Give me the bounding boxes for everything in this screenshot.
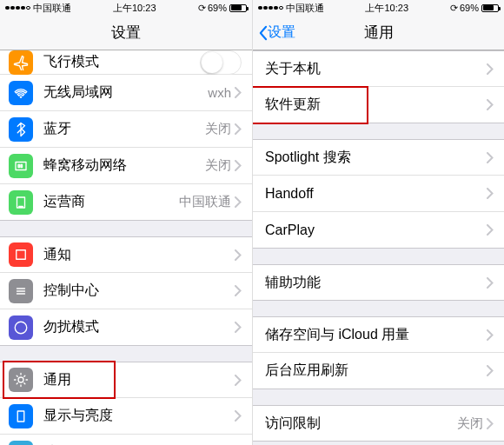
nav-bar: 设置 (0, 16, 252, 50)
row-label: 储存空间与 iCloud 用量 (265, 326, 487, 344)
chevron-right-icon (235, 285, 242, 296)
settings-group: 通知 控制中心 勿扰模式 (0, 236, 252, 346)
chevron-right-icon (235, 196, 242, 208)
signal-strength-icon (258, 6, 283, 10)
bluetooth-icon (9, 117, 33, 142)
row-label: 访问限制 (265, 415, 457, 433)
row-label: 通知 (43, 246, 235, 264)
status-bar: 中国联通 上午10:23 ⟳ 69% (0, 0, 252, 16)
chevron-right-icon (235, 160, 242, 171)
chevron-right-icon (235, 249, 242, 261)
battery-icon (481, 4, 499, 12)
settings-row[interactable]: 访问限制 关闭 (253, 405, 504, 442)
settings-group: 飞行模式 无线局域网 wxh 蓝牙 关闭 蜂窝移动网络 关闭 运营商 中国联通 (0, 50, 252, 221)
settings-row[interactable]: 蜂窝移动网络 关闭 (0, 148, 252, 184)
settings-row[interactable]: 辅助功能 (253, 264, 504, 301)
chevron-right-icon (487, 329, 494, 341)
wallpaper-icon (9, 441, 33, 446)
row-label: 无线局域网 (43, 83, 208, 102)
row-label: 控制中心 (43, 282, 235, 300)
row-label: 关于本机 (265, 60, 487, 78)
nav-bar: 设置通用 (253, 16, 504, 50)
settings-row[interactable]: 通用 (0, 362, 252, 398)
chevron-right-icon (487, 99, 494, 110)
settings-row[interactable]: 储存空间与 iCloud 用量 (253, 316, 504, 353)
settings-row[interactable]: 显示与亮度 (0, 398, 252, 435)
battery-percent: 69% (208, 3, 227, 13)
settings-row[interactable]: CarPlay (253, 212, 504, 249)
carrier-label: 中国联通 (286, 2, 324, 15)
chevron-right-icon (487, 418, 494, 429)
row-value: 关闭 (457, 415, 483, 432)
settings-row[interactable]: 关于本机 (253, 50, 504, 87)
control-icon (9, 279, 33, 303)
chevron-right-icon (235, 123, 242, 135)
cellular-icon (9, 154, 33, 178)
row-label: 通用 (43, 371, 235, 389)
row-label: Handoff (265, 186, 487, 202)
settings-row[interactable]: 软件更新 (253, 87, 504, 123)
settings-row[interactable]: 控制中心 (0, 273, 252, 309)
display-icon (9, 404, 33, 428)
orientation-lock-icon: ⟳ (198, 3, 206, 14)
chevron-right-icon (487, 224, 494, 236)
settings-row[interactable]: 运营商 中国联通 (0, 184, 252, 221)
nav-title: 设置 (0, 23, 252, 43)
row-value: 关闭 (205, 121, 231, 137)
row-label: 软件更新 (265, 96, 487, 114)
settings-general-screen: 中国联通 上午10:23 ⟳ 69% 设置通用 关于本机 软件更新 Spotli… (252, 0, 504, 445)
dnd-icon (9, 315, 33, 340)
airplane-icon (9, 50, 33, 75)
settings-row[interactable]: Spotlight 搜索 (253, 139, 504, 176)
wifi-icon (9, 81, 33, 105)
row-label: 后台应用刷新 (265, 362, 487, 380)
row-label: 勿扰模式 (43, 318, 235, 336)
settings-list[interactable]: 关于本机 软件更新 Spotlight 搜索 Handoff CarPlay 辅… (253, 50, 504, 445)
notify-icon (9, 242, 33, 267)
toggle-switch[interactable] (200, 50, 242, 75)
row-label: CarPlay (265, 222, 487, 238)
settings-group: 访问限制 关闭 (253, 405, 504, 442)
settings-group: 辅助功能 (253, 264, 504, 301)
settings-group: 通用 显示与亮度 墙纸 声音 (0, 362, 252, 445)
row-label: 运营商 (43, 193, 179, 211)
row-label: 蜂窝移动网络 (43, 156, 205, 175)
row-value: wxh (208, 85, 231, 100)
status-bar: 中国联通 上午10:23 ⟳ 69% (253, 0, 504, 16)
chevron-right-icon (235, 375, 242, 386)
chevron-right-icon (235, 87, 242, 98)
row-value: 中国联通 (179, 194, 231, 210)
row-label: 飞行模式 (43, 53, 200, 71)
row-label: 蓝牙 (43, 120, 205, 138)
settings-row[interactable]: 勿扰模式 (0, 309, 252, 346)
battery-icon (229, 4, 247, 12)
chevron-right-icon (235, 322, 242, 333)
chevron-right-icon (487, 152, 494, 163)
general-icon (9, 368, 33, 392)
status-time: 上午10:23 (324, 2, 450, 15)
nav-back-button[interactable]: 设置 (258, 23, 295, 42)
chevron-right-icon (235, 410, 242, 422)
row-label: 显示与亮度 (43, 407, 235, 425)
orientation-lock-icon: ⟳ (450, 3, 458, 14)
settings-row[interactable]: 墙纸 (0, 435, 252, 445)
battery-percent: 69% (460, 3, 479, 13)
chevron-right-icon (487, 277, 494, 289)
carrier-icon (9, 190, 33, 215)
settings-group: 储存空间与 iCloud 用量 后台应用刷新 (253, 316, 504, 389)
settings-row[interactable]: 无线局域网 wxh (0, 75, 252, 111)
settings-row[interactable]: Handoff (253, 176, 504, 212)
status-time: 上午10:23 (71, 2, 198, 15)
settings-row[interactable]: 后台应用刷新 (253, 353, 504, 389)
row-label: 辅助功能 (265, 274, 487, 292)
carrier-label: 中国联通 (33, 2, 71, 15)
row-label: Spotlight 搜索 (265, 149, 487, 167)
settings-group: 关于本机 软件更新 (253, 50, 504, 123)
chevron-right-icon (487, 63, 494, 75)
settings-row[interactable]: 通知 (0, 236, 252, 273)
settings-row[interactable]: 蓝牙 关闭 (0, 111, 252, 148)
settings-row[interactable]: 飞行模式 (0, 50, 252, 75)
settings-list[interactable]: 飞行模式 无线局域网 wxh 蓝牙 关闭 蜂窝移动网络 关闭 运营商 中国联通 … (0, 50, 252, 445)
signal-strength-icon (5, 6, 30, 10)
settings-main-screen: 中国联通 上午10:23 ⟳ 69% 设置 飞行模式 无线局域网 wxh 蓝牙 … (0, 0, 252, 445)
